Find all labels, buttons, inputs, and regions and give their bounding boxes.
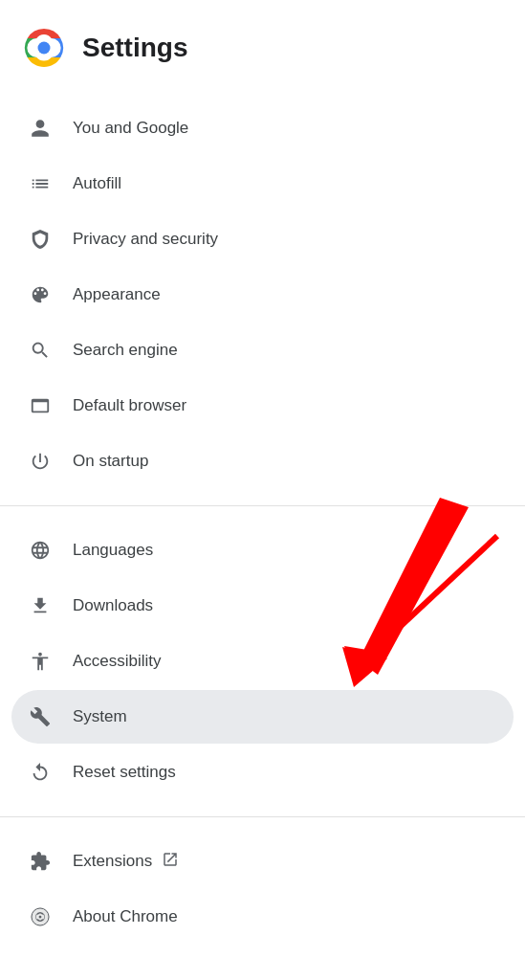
sidebar-item-label-reset: Reset settings xyxy=(73,763,176,782)
nav-list-3: Extensions xyxy=(0,825,525,953)
nav-list-2: Languages Downloads Accessibility System xyxy=(0,514,525,809)
sidebar-item-label-default-browser: Default browser xyxy=(73,396,186,415)
sidebar-item-about-chrome[interactable]: About Chrome xyxy=(11,890,514,944)
sidebar-item-system[interactable]: System xyxy=(11,690,514,744)
sidebar-item-label-extensions: Extensions xyxy=(73,852,152,871)
sidebar-item-accessibility[interactable]: Accessibility xyxy=(11,635,514,688)
sidebar-item-you-and-google[interactable]: You and Google xyxy=(11,101,514,155)
sidebar-item-label-search: Search engine xyxy=(73,341,178,360)
nav-group-2: Languages Downloads Accessibility System xyxy=(0,510,525,813)
search-icon xyxy=(27,337,54,364)
sidebar-item-label-about-chrome: About Chrome xyxy=(73,907,178,926)
puzzle-icon xyxy=(27,848,54,875)
reset-icon xyxy=(27,759,54,786)
nav-group-1: You and Google Autofill Privacy and secu… xyxy=(0,88,525,501)
shield-icon xyxy=(27,226,54,253)
divider-1 xyxy=(0,505,525,506)
sidebar-item-extensions[interactable]: Extensions xyxy=(11,835,514,888)
extensions-label-group: Extensions xyxy=(73,851,179,872)
header: Settings xyxy=(0,0,525,88)
download-icon xyxy=(27,592,54,619)
accessibility-icon xyxy=(27,648,54,675)
external-link-icon xyxy=(162,851,179,872)
svg-point-2 xyxy=(38,42,51,55)
power-icon xyxy=(27,448,54,475)
sidebar-item-autofill[interactable]: Autofill xyxy=(11,157,514,211)
sidebar-item-default-browser[interactable]: Default browser xyxy=(11,379,514,433)
sidebar-item-label-system: System xyxy=(73,707,127,726)
sidebar-item-on-startup[interactable]: On startup xyxy=(11,434,514,488)
sidebar-item-languages[interactable]: Languages xyxy=(11,523,514,577)
chrome-logo-icon xyxy=(23,27,65,69)
wrench-icon xyxy=(27,703,54,730)
settings-page: Settings You and Google Autofill Pri xyxy=(0,0,525,957)
sidebar-item-reset-settings[interactable]: Reset settings xyxy=(11,746,514,799)
palette-icon xyxy=(27,281,54,308)
sidebar-item-downloads[interactable]: Downloads xyxy=(11,579,514,633)
sidebar-item-appearance[interactable]: Appearance xyxy=(11,268,514,322)
sidebar-item-label-downloads: Downloads xyxy=(73,596,153,615)
sidebar-item-privacy-and-security[interactable]: Privacy and security xyxy=(11,212,514,266)
sidebar-item-label-accessibility: Accessibility xyxy=(73,652,162,671)
sidebar-item-label-languages: Languages xyxy=(73,541,153,560)
globe-icon xyxy=(27,537,54,564)
page-title: Settings xyxy=(82,33,187,63)
nav-list-1: You and Google Autofill Privacy and secu… xyxy=(0,92,525,498)
sidebar-item-label-appearance: Appearance xyxy=(73,285,161,304)
person-icon xyxy=(27,115,54,142)
divider-2 xyxy=(0,816,525,817)
sidebar-item-label-privacy: Privacy and security xyxy=(73,230,218,249)
browser-icon xyxy=(27,392,54,419)
list-icon xyxy=(27,170,54,197)
sidebar-item-label-startup: On startup xyxy=(73,452,148,471)
about-chrome-icon xyxy=(27,903,54,930)
sidebar-item-label-you-and-google: You and Google xyxy=(73,119,188,138)
sidebar-item-search-engine[interactable]: Search engine xyxy=(11,323,514,377)
nav-group-3: Extensions xyxy=(0,821,525,957)
sidebar-item-label-autofill: Autofill xyxy=(73,174,121,193)
svg-point-6 xyxy=(39,916,42,919)
